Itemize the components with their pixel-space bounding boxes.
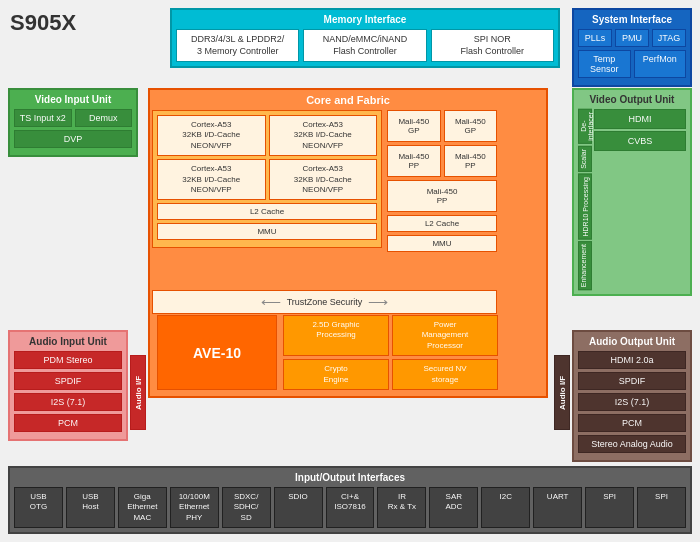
- memory-interface-title: Memory Interface: [176, 14, 554, 25]
- i2c-cell: I2C: [481, 487, 530, 528]
- enhancement-label: Enhancement: [578, 241, 592, 290]
- stereo-analog-cell: Stereo Analog Audio: [578, 435, 686, 453]
- vo-side-labels: De-interlacer Scalar HDR10 Processing En…: [578, 109, 592, 290]
- io-interfaces-block: Input/Output Interfaces USBOTG USBHost G…: [8, 466, 692, 534]
- vo-outputs: HDMI CVBS: [594, 109, 686, 290]
- video-output-title: Video Output Unit: [578, 94, 686, 105]
- mali-gp-row: Mali-450GP Mali-450GP: [387, 110, 497, 142]
- mali-pp-extra-row: Mali-450PP: [387, 180, 497, 212]
- mali-l2-cache: L2 Cache: [387, 215, 497, 232]
- ts-input-cell: TS Input x2: [14, 109, 72, 127]
- core-fabric-title: Core and Fabric: [154, 94, 542, 106]
- audio-output-block: Audio Output Unit HDMI 2.0a SPDIF I2S (7…: [572, 330, 692, 462]
- uart-cell: UART: [533, 487, 582, 528]
- ci-iso-cell: CI+&ISO7816: [326, 487, 375, 528]
- spdif-output-cell: SPDIF: [578, 372, 686, 390]
- right-top-row: 2.5D GraphicProcessing PowerManagementPr…: [283, 315, 498, 356]
- hdmi20a-cell: HDMI 2.0a: [578, 351, 686, 369]
- audio-input-title: Audio Input Unit: [14, 336, 122, 347]
- audio-input-block: Audio Input Unit PDM Stereo SPDIF I2S (7…: [8, 330, 128, 441]
- mali-cluster: Mali-450GP Mali-450GP Mali-450PP Mali-45…: [387, 110, 497, 255]
- sdio-cell: SDIO: [274, 487, 323, 528]
- ave-block: AVE-10: [157, 315, 277, 390]
- cpu-row2: Cortex-A5332KB I/D-CacheNEON/VFP Cortex-…: [157, 159, 377, 200]
- sar-adc-cell: SARADC: [429, 487, 478, 528]
- memory-cell-0: DDR3/4/3L & LPDDR2/3 Memory Controller: [176, 29, 299, 62]
- spi-cell-1: SPI: [637, 487, 686, 528]
- video-input-row1: TS Input x2 Demux: [14, 109, 132, 127]
- pcm-output-cell: PCM: [578, 414, 686, 432]
- cpu-cell-0: Cortex-A5332KB I/D-CacheNEON/VFP: [157, 115, 266, 156]
- mali-mmu: MMU: [387, 235, 497, 252]
- spdif-row: SPDIF: [14, 372, 122, 390]
- video-input-block: Video Input Unit TS Input x2 Demux DVP: [8, 88, 138, 157]
- secured-nv-cell: Secured NVstorage: [392, 359, 498, 390]
- pcm-input-cell: PCM: [14, 414, 122, 432]
- mali-pp-0: Mali-450PP: [387, 145, 441, 177]
- mali-gp-1: Mali-450GP: [444, 110, 498, 142]
- chip-title: S905X: [10, 10, 76, 36]
- pdm-stereo-cell: PDM Stereo: [14, 351, 122, 369]
- i2s-out-row: I2S (7.1): [578, 393, 686, 411]
- hdmi-output: HDMI: [594, 109, 686, 129]
- i2s-output-cell: I2S (7.1): [578, 393, 686, 411]
- temp-sensor-cell: TempSensor: [578, 50, 631, 78]
- mali-gp-0: Mali-450GP: [387, 110, 441, 142]
- cpu-cell-1: Cortex-A5332KB I/D-CacheNEON/VFP: [269, 115, 378, 156]
- right-bottom-row: CryptoEngine Secured NVstorage: [283, 359, 498, 390]
- memory-interface-block: Memory Interface DDR3/4/3L & LPDDR2/3 Me…: [170, 8, 560, 68]
- power-management-cell: PowerManagementProcessor: [392, 315, 498, 356]
- perfmon-cell: PerfMon: [634, 50, 687, 78]
- spdif-out-row: SPDIF: [578, 372, 686, 390]
- video-output-inner: De-interlacer Scalar HDR10 Processing En…: [578, 109, 686, 290]
- mali-pp-1: Mali-450PP: [444, 145, 498, 177]
- chip-diagram: S905X Memory Interface DDR3/4/3L & LPDDR…: [0, 0, 700, 542]
- system-interface-row2: TempSensor PerfMon: [578, 50, 686, 78]
- cpu-row1: Cortex-A5332KB I/D-CacheNEON/VFP Cortex-…: [157, 115, 377, 156]
- trustzone-block: ⟵ TrustZone Security ⟶: [152, 290, 497, 314]
- memory-interface-row: DDR3/4/3L & LPDDR2/3 Memory Controller N…: [176, 29, 554, 62]
- memory-cell-2: SPI NORFlash Controller: [431, 29, 554, 62]
- io-interfaces-title: Input/Output Interfaces: [14, 472, 686, 483]
- graphic-processing-cell: 2.5D GraphicProcessing: [283, 315, 389, 356]
- sdxc-cell: SDXC/SDHC/SD: [222, 487, 271, 528]
- pmu-cell: PMU: [615, 29, 649, 47]
- system-interface-row1: PLLs PMU JTAG: [578, 29, 686, 47]
- fast-ethernet-cell: 10/100MEthernetPHY: [170, 487, 219, 528]
- crypto-engine-cell: CryptoEngine: [283, 359, 389, 390]
- cpu-cluster: Cortex-A5332KB I/D-CacheNEON/VFP Cortex-…: [152, 110, 382, 248]
- pcm-out-row: PCM: [578, 414, 686, 432]
- audio-if-output-strip: Audio I/F: [554, 355, 570, 430]
- cpu-cell-3: Cortex-A5332KB I/D-CacheNEON/VFP: [269, 159, 378, 200]
- trustzone-arrow-right: ⟶: [368, 294, 388, 310]
- right-blocks: 2.5D GraphicProcessing PowerManagementPr…: [283, 315, 498, 390]
- system-interface-title: System Interface: [578, 14, 686, 25]
- usb-otg-cell: USBOTG: [14, 487, 63, 528]
- mali-pp-extra: Mali-450PP: [387, 180, 497, 212]
- usb-host-cell: USBHost: [66, 487, 115, 528]
- pdm-row: PDM Stereo: [14, 351, 122, 369]
- cvbs-output: CVBS: [594, 131, 686, 151]
- video-input-title: Video Input Unit: [14, 94, 132, 105]
- memory-cell-1: NAND/eMMC/iNANDFlash Controller: [303, 29, 426, 62]
- stereo-analog-row: Stereo Analog Audio: [578, 435, 686, 453]
- system-interface-block: System Interface PLLs PMU JTAG TempSenso…: [572, 8, 692, 87]
- trustzone-label: TrustZone Security: [287, 297, 363, 307]
- ir-cell: IRRx & Tx: [377, 487, 426, 528]
- spi-cell-0: SPI: [585, 487, 634, 528]
- demux-cell: Demux: [75, 109, 133, 127]
- spdif-input-cell: SPDIF: [14, 372, 122, 390]
- pll-cell: PLLs: [578, 29, 612, 47]
- giga-ethernet-cell: GigaEthernetMAC: [118, 487, 167, 528]
- scalar-label: Scalar: [578, 146, 592, 172]
- jtag-cell: JTAG: [652, 29, 686, 47]
- audio-output-title: Audio Output Unit: [578, 336, 686, 347]
- i2s-input-cell: I2S (7.1): [14, 393, 122, 411]
- cpu-cell-2: Cortex-A5332KB I/D-CacheNEON/VFP: [157, 159, 266, 200]
- hdmi20a-row: HDMI 2.0a: [578, 351, 686, 369]
- i2s-row: I2S (7.1): [14, 393, 122, 411]
- pcm-row: PCM: [14, 414, 122, 432]
- hdr10-label: HDR10 Processing: [578, 174, 592, 240]
- io-row: USBOTG USBHost GigaEthernetMAC 10/100MEt…: [14, 487, 686, 528]
- l2-cache-cell: L2 Cache: [157, 203, 377, 220]
